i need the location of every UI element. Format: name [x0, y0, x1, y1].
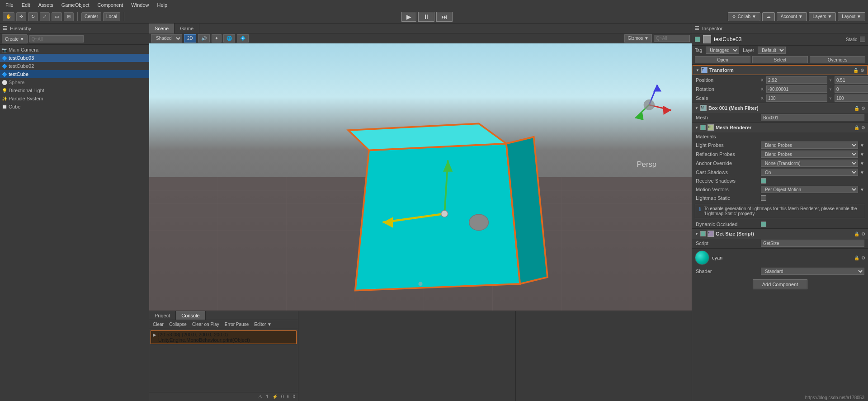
add-component-button[interactable]: Add Component	[753, 279, 808, 289]
mesh-filter-settings-icon[interactable]: ⚙	[861, 106, 865, 111]
shader-dropdown[interactable]: Standard	[761, 268, 864, 275]
menu-component[interactable]: Component	[94, 1, 127, 9]
shading-dropdown[interactable]: Shaded	[151, 34, 182, 42]
hierarchy-search[interactable]	[29, 35, 84, 42]
console-clear-btn[interactable]: Clear	[151, 321, 165, 327]
tool-hand[interactable]: ✋	[3, 12, 14, 21]
hier-item-main-camera[interactable]: 📷 Main Camera	[0, 46, 149, 54]
model-select-btn[interactable]: Select	[752, 56, 808, 63]
motion-menu-icon[interactable]: ▼	[860, 187, 864, 192]
lightmap-static-checkbox[interactable]	[761, 195, 766, 201]
hier-item-testcube02[interactable]: 🔷 testCube02	[0, 62, 149, 70]
get-size-lock-icon[interactable]: 🔒	[854, 231, 859, 236]
position-x-input[interactable]	[766, 76, 827, 84]
cast-shadows-dropdown[interactable]: On	[761, 169, 858, 176]
receive-shadows-checkbox[interactable]	[761, 178, 766, 184]
tab-project[interactable]: Project	[149, 311, 176, 320]
account-dropdown[interactable]: Account ▼	[777, 12, 807, 21]
anchor-menu-icon[interactable]: ▼	[860, 161, 864, 166]
2d-toggle[interactable]: 2D	[184, 34, 196, 42]
rotation-y-input[interactable]	[835, 85, 868, 93]
pause-button[interactable]: ⏸	[418, 12, 434, 22]
mesh-renderer-settings-icon[interactable]: ⚙	[861, 125, 865, 130]
tool-rotate[interactable]: ↻	[28, 12, 38, 21]
tool-rect[interactable]: ▭	[52, 12, 62, 21]
fx-toggle[interactable]: ✦	[212, 34, 222, 42]
motion-vectors-dropdown[interactable]: Per Object Motion	[761, 186, 858, 193]
gizmos-dropdown[interactable]: Gizmos ▼	[624, 34, 652, 42]
anchor-override-dropdown[interactable]: None (Transform)	[761, 160, 858, 167]
hier-item-testcube[interactable]: 🔷 testCube	[0, 70, 149, 78]
mesh-value-input[interactable]	[761, 114, 864, 121]
audio-toggle[interactable]: 🔊	[198, 34, 210, 42]
rotation-x-input[interactable]	[766, 85, 827, 93]
mesh-renderer-enabled-checkbox[interactable]	[700, 125, 706, 130]
menu-file[interactable]: File	[2, 1, 17, 9]
get-size-enabled-checkbox[interactable]	[700, 231, 706, 236]
script-value-input[interactable]	[761, 240, 864, 247]
get-size-component: ▼ S Get Size (Script) 🔒 ⚙ Script	[692, 229, 868, 248]
static-checkbox[interactable]	[860, 37, 865, 42]
model-open-btn[interactable]: Open	[695, 56, 750, 63]
tab-scene[interactable]: Scene	[149, 24, 175, 33]
hier-item-directional-light[interactable]: 💡 Directional Light	[0, 86, 149, 94]
local-toggle[interactable]: Local	[103, 12, 120, 21]
get-size-header[interactable]: ▼ S Get Size (Script) 🔒 ⚙	[692, 229, 868, 239]
console-collapse-btn[interactable]: Collapse	[167, 321, 189, 327]
collab-dropdown[interactable]: ⚙ Collab ▼	[728, 12, 760, 21]
center-toggle[interactable]: Center	[81, 12, 101, 21]
cloud-button[interactable]: ☁	[762, 12, 775, 21]
model-overrides-btn[interactable]: Overrides	[810, 56, 865, 63]
play-button[interactable]: ▶	[401, 12, 416, 22]
hier-item-particle-system[interactable]: ✨ Particle System	[0, 94, 149, 103]
reflection-probes-dropdown[interactable]: Blend Probes	[761, 151, 858, 158]
light-probes-menu-icon[interactable]: ▼	[860, 143, 864, 148]
scene-viewport[interactable]: Persp	[149, 43, 692, 311]
material-lock-icon[interactable]: 🔒	[854, 255, 859, 260]
sky-toggle[interactable]: 🌐	[223, 34, 235, 42]
transform-settings-icon[interactable]: ⚙	[860, 68, 864, 73]
tool-scale[interactable]: ⤢	[40, 12, 50, 21]
mesh-filter-lock-icon[interactable]: 🔒	[854, 106, 859, 111]
get-size-settings-icon[interactable]: ⚙	[861, 231, 865, 236]
scale-y-input[interactable]	[835, 94, 868, 102]
tab-game[interactable]: Game	[175, 24, 199, 33]
tool-move[interactable]: ✛	[16, 12, 26, 21]
mesh-filter-header[interactable]: ▼ M Box 001 (Mesh Filter) 🔒 ⚙	[692, 103, 868, 113]
menu-window[interactable]: Window	[127, 1, 152, 9]
hier-item-testcube03[interactable]: 🔷 testCube03	[0, 54, 149, 62]
menu-assets[interactable]: Assets	[35, 1, 57, 9]
layout-dropdown[interactable]: Layout ▼	[838, 12, 865, 21]
menu-edit[interactable]: Edit	[18, 1, 34, 9]
console-clear-on-play-btn[interactable]: Clear on Play	[190, 321, 221, 327]
dynamic-occluded-checkbox[interactable]	[761, 222, 766, 227]
console-error-pause-btn[interactable]: Error Pause	[223, 321, 250, 327]
mesh-renderer-lock-icon[interactable]: 🔒	[854, 125, 859, 130]
console-entry-0[interactable]: ▶ [20:53:08] (200.0, 200.0, 200.0) Unity…	[151, 330, 297, 344]
transform-lock-icon[interactable]: 🔒	[853, 68, 859, 73]
material-settings-icon[interactable]: ⚙	[861, 255, 865, 260]
object-active-checkbox[interactable]	[695, 37, 700, 42]
menu-help[interactable]: Help	[153, 1, 171, 9]
tool-multi[interactable]: ⊞	[64, 12, 74, 21]
scale-x-input[interactable]	[766, 94, 827, 102]
console-editor-dropdown[interactable]: Editor ▼	[252, 321, 274, 327]
layers-dropdown[interactable]: Layers ▼	[809, 12, 836, 21]
layer-dropdown[interactable]: Default	[758, 47, 786, 54]
position-y-input[interactable]	[835, 76, 868, 84]
scene-search[interactable]	[654, 35, 690, 42]
hier-item-sphere[interactable]: ⚪ Sphere	[0, 78, 149, 86]
step-button[interactable]: ⏭	[436, 12, 453, 22]
reflection-menu-icon[interactable]: ▼	[860, 152, 864, 157]
tag-dropdown[interactable]: Untagged	[706, 47, 739, 54]
svg-marker-25	[653, 85, 661, 92]
transform-header[interactable]: ▼ T Transform 🔒 ⚙	[693, 65, 868, 75]
light-probes-dropdown[interactable]: Blend Probes	[761, 142, 858, 149]
mesh-renderer-header[interactable]: ▼ R Mesh Renderer 🔒 ⚙	[692, 123, 868, 132]
tab-console[interactable]: Console	[176, 311, 205, 320]
flare-toggle[interactable]: 💠	[237, 34, 249, 42]
hier-item-cube[interactable]: 🔲 Cube	[0, 103, 149, 111]
create-button[interactable]: Create ▼	[2, 34, 28, 43]
cast-shadows-menu-icon[interactable]: ▼	[860, 170, 864, 175]
menu-gameobject[interactable]: GameObject	[58, 1, 93, 9]
